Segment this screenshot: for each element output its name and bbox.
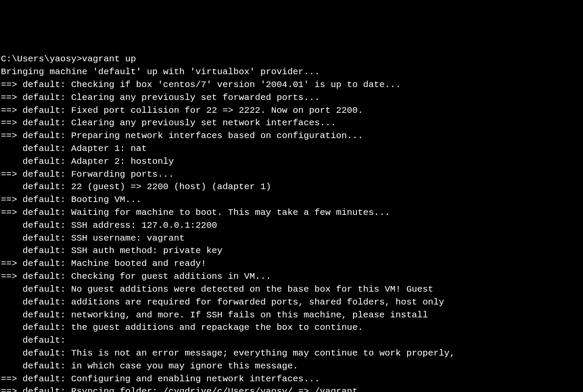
terminal-line: ==> default: Forwarding ports...: [1, 168, 582, 181]
terminal-line: default: SSH username: vagrant: [1, 232, 582, 245]
terminal-line: default: No guest additions were detecte…: [1, 283, 582, 296]
terminal-line: default: 22 (guest) => 2200 (host) (adap…: [1, 181, 582, 193]
terminal-line: ==> default: Fixed port collision for 22…: [1, 104, 582, 117]
terminal-line: ==> default: Machine booted and ready!: [1, 257, 582, 270]
terminal-line: default: the guest additions and repacka…: [1, 321, 582, 334]
terminal-line: ==> default: Checking if box 'centos/7' …: [1, 78, 582, 91]
terminal-line: ==> default: Clearing any previously set…: [1, 117, 582, 130]
terminal-line: ==> default: Waiting for machine to boot…: [1, 206, 582, 219]
terminal-line: default:: [1, 334, 582, 347]
terminal-output[interactable]: C:\Users\yaosy>vagrant upBringing machin…: [1, 53, 582, 392]
terminal-line: default: SSH address: 127.0.0.1:2200: [1, 219, 582, 232]
terminal-line: default: This is not an error message; e…: [1, 347, 582, 360]
terminal-line: default: SSH auth method: private key: [1, 244, 582, 257]
terminal-line: ==> default: Rsyncing folder: /cygdrive/…: [1, 385, 582, 392]
terminal-line: default: in which case you may ignore th…: [1, 360, 582, 373]
terminal-line: C:\Users\yaosy>vagrant up: [1, 53, 582, 66]
terminal-line: default: Adapter 1: nat: [1, 142, 582, 155]
terminal-line: ==> default: Checking for guest addition…: [1, 270, 582, 283]
terminal-line: Bringing machine 'default' up with 'virt…: [1, 66, 582, 78]
terminal-line: ==> default: Booting VM...: [1, 193, 582, 206]
terminal-line: default: additions are required for forw…: [1, 296, 582, 309]
terminal-line: ==> default: Preparing network interface…: [1, 130, 582, 142]
terminal-line: ==> default: Clearing any previously set…: [1, 91, 582, 104]
terminal-line: ==> default: Configuring and enabling ne…: [1, 373, 582, 386]
terminal-line: default: Adapter 2: hostonly: [1, 155, 582, 168]
terminal-line: default: networking, and more. If SSH fa…: [1, 309, 582, 322]
